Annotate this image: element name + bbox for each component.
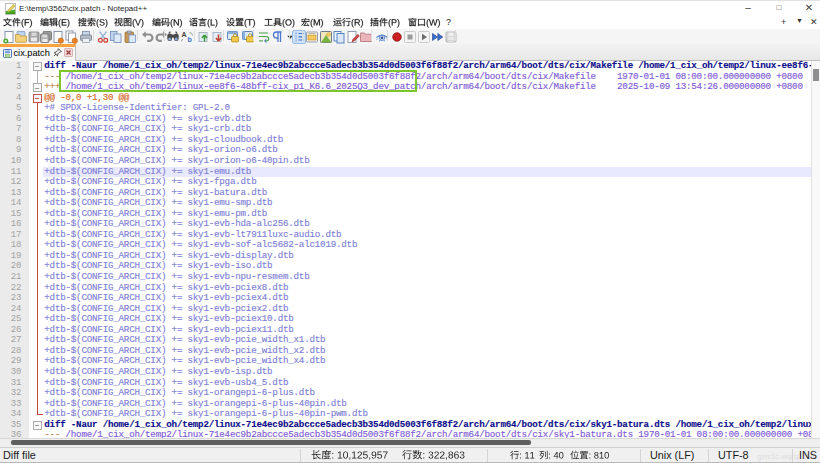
svg-text:A: A [182,31,187,38]
svg-text:b: b [188,36,192,43]
